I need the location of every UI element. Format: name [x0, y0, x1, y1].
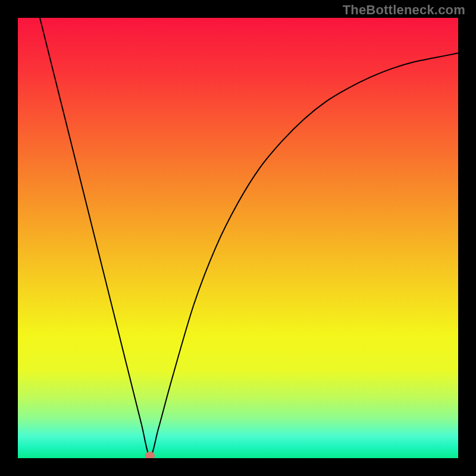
chart-frame: TheBottleneck.com [0, 0, 476, 476]
plot-area [18, 18, 458, 458]
curve-layer [18, 18, 458, 458]
watermark-text: TheBottleneck.com [343, 2, 465, 18]
bottleneck-curve [40, 18, 458, 456]
optimum-marker [145, 452, 155, 458]
